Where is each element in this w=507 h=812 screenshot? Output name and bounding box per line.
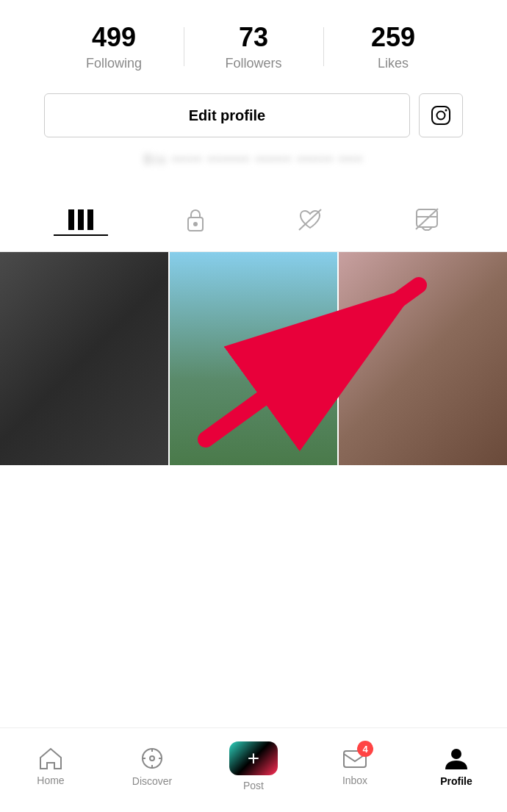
svg-rect-4 <box>78 209 84 230</box>
following-stat[interactable]: 499 Following <box>44 22 184 71</box>
inbox-wrapper: 4 <box>342 747 367 770</box>
tab-private[interactable] <box>170 203 220 238</box>
grid-icon <box>68 209 93 230</box>
inbox-badge: 4 <box>357 741 373 757</box>
home-label: Home <box>37 775 64 786</box>
instagram-button[interactable] <box>419 93 463 137</box>
svg-point-2 <box>445 109 447 112</box>
nav-profile[interactable]: Profile <box>406 746 507 787</box>
tab-liked[interactable] <box>283 204 337 237</box>
instagram-icon <box>430 104 452 126</box>
tab-tagged[interactable] <box>400 203 454 238</box>
profile-label: Profile <box>440 775 472 787</box>
inbox-label: Inbox <box>342 775 367 786</box>
nav-discover[interactable]: Discover <box>101 746 203 787</box>
bottom-nav: Home Discover Post 4 Inbox <box>0 727 507 812</box>
svg-point-24 <box>451 749 461 759</box>
edit-profile-button[interactable]: Edit profile <box>44 93 410 137</box>
bio-text: Bio ••••• ••••••• •••••• •••••• •••• <box>143 152 363 167</box>
svg-rect-3 <box>68 209 74 230</box>
likes-stat[interactable]: 259 Likes <box>323 22 463 71</box>
nav-inbox[interactable]: 4 Inbox <box>304 747 406 786</box>
followers-count: 73 <box>184 22 323 53</box>
lock-icon <box>185 207 206 232</box>
following-count: 499 <box>44 22 184 53</box>
svg-line-14 <box>416 209 438 229</box>
post-button[interactable] <box>229 741 278 775</box>
grid-item-1[interactable] <box>0 252 168 465</box>
stats-row: 499 Following 73 Followers 259 Likes <box>0 0 507 86</box>
nav-post[interactable]: Post <box>203 741 304 791</box>
followers-label: Followers <box>184 56 323 71</box>
liked-icon <box>298 208 323 231</box>
tab-icons-row <box>0 190 507 252</box>
tab-videos[interactable] <box>54 205 108 236</box>
discover-label: Discover <box>132 775 172 787</box>
grid-item-2[interactable] <box>170 252 338 465</box>
action-row: Edit profile <box>0 86 507 152</box>
nav-home[interactable]: Home <box>0 747 101 786</box>
home-icon <box>38 747 63 770</box>
bio-area: Bio ••••• ••••••• •••••• •••••• •••• <box>0 152 507 182</box>
svg-rect-5 <box>87 209 93 230</box>
followers-stat[interactable]: 73 Followers <box>184 22 323 71</box>
video-grid <box>0 252 507 465</box>
profile-icon <box>444 746 469 771</box>
post-label: Post <box>243 780 264 791</box>
svg-point-18 <box>150 756 154 761</box>
likes-count: 259 <box>323 22 463 53</box>
svg-rect-0 <box>432 107 450 124</box>
svg-point-7 <box>193 222 198 226</box>
tagged-icon <box>414 207 439 232</box>
likes-label: Likes <box>323 56 463 71</box>
following-label: Following <box>44 56 184 71</box>
svg-point-1 <box>437 112 445 120</box>
grid-item-3[interactable] <box>339 252 507 465</box>
discover-icon <box>140 746 165 771</box>
